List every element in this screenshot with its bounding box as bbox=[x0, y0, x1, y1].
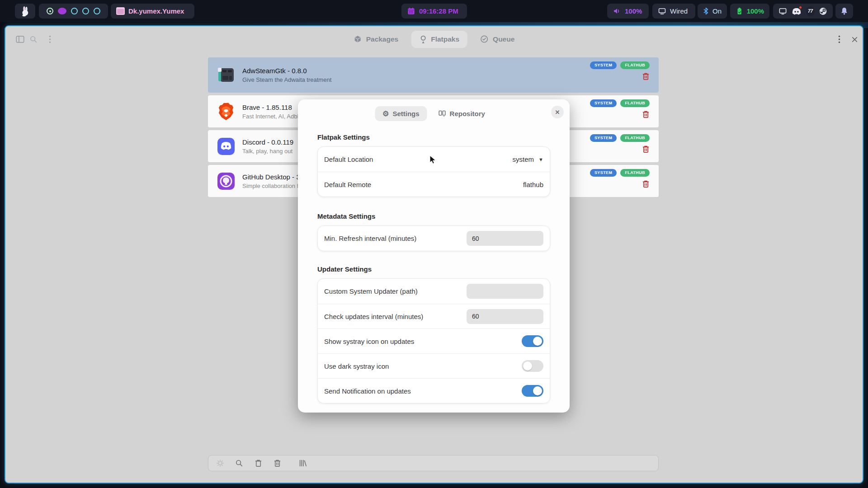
update-all-button[interactable] bbox=[216, 459, 225, 468]
row-meta: SYSTEM FLATHUB bbox=[590, 169, 650, 188]
brave-app-icon bbox=[216, 102, 236, 122]
trash-icon[interactable] bbox=[642, 72, 650, 80]
settings-dialog: ⚙ Settings Repository ✕ Flatpak Settings… bbox=[298, 99, 570, 413]
workspace-dot-4[interactable] bbox=[82, 8, 89, 14]
send-notification-toggle[interactable] bbox=[522, 385, 543, 397]
volume-level: 100% bbox=[625, 7, 642, 15]
bluetooth-widget[interactable]: On bbox=[698, 4, 727, 19]
setting-label: Default Remote bbox=[324, 181, 371, 188]
setting-label: Min. Refresh interval (minutes) bbox=[324, 235, 416, 242]
dialog-close-button[interactable]: ✕ bbox=[551, 106, 564, 118]
section-heading-metadata: Metadata Settings bbox=[317, 212, 550, 220]
updater-settings-card: Custom System Updater (path) Check updat… bbox=[317, 278, 550, 404]
setting-row-send-notification: Send Notification on updates bbox=[318, 378, 550, 403]
row-meta: SYSTEM FLATHUB bbox=[590, 99, 650, 118]
setting-row-check-updates-interval: Check updates interval (minutes) bbox=[318, 304, 550, 328]
workspace-switcher[interactable] bbox=[39, 4, 108, 19]
delete-selected-button[interactable] bbox=[273, 459, 282, 468]
custom-updater-input[interactable] bbox=[467, 284, 543, 299]
setting-label: Use dark systray icon bbox=[324, 362, 389, 370]
network-label: Wired bbox=[670, 7, 688, 15]
default-location-dropdown[interactable]: system ▼ bbox=[513, 155, 543, 163]
header-menu-button[interactable] bbox=[45, 35, 54, 44]
steam-icon[interactable] bbox=[819, 6, 827, 16]
kebab-menu-icon bbox=[49, 35, 51, 43]
library-books-icon bbox=[298, 459, 307, 467]
view-tabs: Packages Flatpaks Queue bbox=[345, 30, 523, 48]
app-subtitle: Give Steam the Adwaita treatment bbox=[242, 76, 331, 83]
window-icon bbox=[116, 7, 125, 15]
library-view-button[interactable] bbox=[298, 459, 307, 468]
trash-icon[interactable] bbox=[642, 145, 650, 153]
setting-label: Custom System Updater (path) bbox=[324, 287, 418, 295]
system-badge: SYSTEM bbox=[590, 134, 617, 142]
clock-widget[interactable]: 09:16:28 PM bbox=[401, 4, 467, 19]
setting-row-dark-systray: Use dark systray icon bbox=[318, 353, 550, 378]
tab-queue[interactable]: Queue bbox=[472, 31, 523, 47]
list-item-text: AdwSteamGtk - 0.8.0 Give Steam the Adwai… bbox=[242, 67, 331, 83]
setting-label: Check updates interval (minutes) bbox=[324, 313, 423, 320]
clear-list-button[interactable] bbox=[254, 459, 263, 468]
workspace-dot-1[interactable] bbox=[47, 8, 53, 14]
setting-row-default-remote: Default Remote flathub bbox=[318, 172, 550, 197]
app-title: Brave - 1.85.118 bbox=[242, 103, 298, 111]
active-window-title: Dk.yumex.Yumex bbox=[111, 4, 194, 19]
close-icon: ✕ bbox=[555, 109, 560, 116]
volume-widget[interactable]: 100% bbox=[607, 4, 649, 19]
dropdown-value: system bbox=[513, 155, 534, 163]
list-item-adwsteamgtk[interactable]: AdwSteamGtk - 0.8.0 Give Steam the Adwai… bbox=[208, 57, 659, 93]
trash-icon[interactable] bbox=[642, 110, 650, 118]
sidebar-toggle-button[interactable] bbox=[15, 35, 24, 44]
system-tray: 77 bbox=[773, 4, 833, 19]
bluetooth-status: On bbox=[712, 7, 722, 15]
tab-settings[interactable]: ⚙ Settings bbox=[375, 106, 427, 121]
discord-notification-dot bbox=[798, 5, 802, 9]
notifications-button[interactable] bbox=[835, 4, 853, 19]
tab-flatpaks[interactable]: Flatpaks bbox=[411, 31, 467, 48]
mouse-cursor bbox=[429, 155, 437, 165]
network-widget[interactable]: Wired bbox=[652, 4, 695, 19]
app-77-icon[interactable]: 77 bbox=[806, 6, 815, 16]
window-menu-button[interactable] bbox=[835, 35, 844, 44]
workspace-dot-5[interactable] bbox=[94, 8, 100, 14]
tab-queue-label: Queue bbox=[493, 35, 514, 43]
flathub-badge: FLATHUB bbox=[620, 169, 650, 177]
update-gear-icon bbox=[216, 459, 224, 467]
launcher-button[interactable] bbox=[15, 4, 35, 19]
queue-check-icon bbox=[480, 35, 489, 43]
flathub-badge: FLATHUB bbox=[620, 134, 650, 142]
window-close-button[interactable] bbox=[850, 35, 859, 44]
app-title: Discord - 0.0.119 bbox=[242, 138, 293, 146]
refresh-interval-input[interactable] bbox=[467, 231, 543, 246]
display-icon[interactable] bbox=[778, 7, 787, 15]
clock-text: 09:16:28 PM bbox=[419, 7, 458, 15]
toolbar-search-button[interactable] bbox=[235, 459, 244, 468]
flatpak-settings-card: Default Location system ▼ Default Remote… bbox=[317, 146, 550, 197]
tab-packages[interactable]: Packages bbox=[345, 31, 407, 47]
adwsteamgtk-app-icon bbox=[216, 65, 236, 85]
setting-row-systray-icon: Show systray icon on updates bbox=[318, 328, 550, 353]
search-button[interactable] bbox=[29, 35, 38, 44]
bell-icon bbox=[840, 6, 849, 16]
trash-icon[interactable] bbox=[642, 180, 650, 188]
app-title: GitHub Desktop - 3 bbox=[242, 173, 300, 181]
workspace-dot-2[interactable] bbox=[58, 8, 66, 14]
discord-app-icon bbox=[216, 136, 236, 156]
check-updates-interval-input[interactable] bbox=[467, 309, 543, 324]
section-heading-updater: Updater Settings bbox=[317, 265, 550, 273]
discord-tray-icon[interactable] bbox=[791, 6, 802, 16]
workspace-dot-3[interactable] bbox=[71, 8, 78, 14]
github-desktop-app-icon bbox=[216, 171, 236, 191]
active-window-title-text: Dk.yumex.Yumex bbox=[128, 7, 184, 15]
dark-systray-toggle[interactable] bbox=[522, 360, 543, 372]
tab-settings-label: Settings bbox=[392, 110, 419, 117]
battery-widget[interactable]: 100% bbox=[730, 4, 769, 19]
trash-lines-icon bbox=[274, 459, 281, 467]
list-item-text: Brave - 1.85.118 Fast Internet, AI, Adbl bbox=[242, 103, 298, 120]
section-heading-flatpak: Flatpak Settings bbox=[317, 133, 550, 141]
toggle-knob bbox=[523, 361, 532, 371]
tab-repository[interactable]: Repository bbox=[431, 106, 493, 121]
system-badge: SYSTEM bbox=[590, 99, 617, 107]
systray-icon-toggle[interactable] bbox=[522, 335, 543, 347]
gear-icon: ⚙ bbox=[382, 110, 389, 117]
